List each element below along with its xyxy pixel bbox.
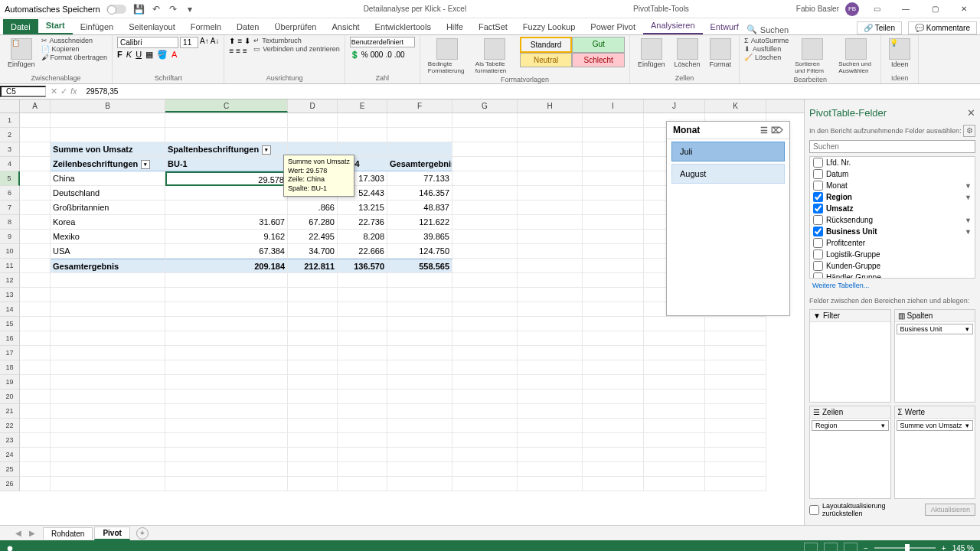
field-item[interactable]: Monat▼ bbox=[810, 180, 975, 191]
spreadsheet-grid[interactable]: ABCDEFGHIJK 1234567891011121314151617181… bbox=[0, 99, 804, 525]
row-header-26[interactable]: 26 bbox=[0, 477, 20, 491]
row-header-16[interactable]: 16 bbox=[0, 331, 20, 346]
tab-fuzzy[interactable]: Fuzzy Lookup bbox=[515, 19, 583, 34]
ideas-button[interactable]: 💡Ideen bbox=[886, 37, 913, 70]
field-item[interactable]: Business Unit▼ bbox=[810, 226, 975, 237]
pill-business-unit[interactable]: Business Unit▾ bbox=[897, 324, 974, 334]
pill-region[interactable]: Region▾ bbox=[812, 420, 889, 431]
row-header-25[interactable]: 25 bbox=[0, 462, 20, 477]
row-header-6[interactable]: 6 bbox=[0, 186, 20, 201]
col-header-E[interactable]: E bbox=[338, 99, 387, 112]
pill-umsatz[interactable]: Summe von Umsatz▾ bbox=[897, 420, 974, 431]
maximize-icon[interactable]: ▢ bbox=[923, 2, 946, 16]
row-header-11[interactable]: 11 bbox=[0, 259, 20, 273]
close-panel-icon[interactable]: ✕ bbox=[967, 107, 975, 119]
sort-filter-button[interactable]: Sortieren und Filtern bbox=[792, 37, 832, 76]
wrap-text-button[interactable]: ↵ Textumbruch bbox=[253, 37, 340, 44]
row-header-9[interactable]: 9 bbox=[0, 230, 20, 244]
qat-dropdown-icon[interactable]: ▾ bbox=[183, 2, 197, 16]
style-standard[interactable]: Standard bbox=[520, 37, 573, 53]
tab-hilfe[interactable]: Hilfe bbox=[439, 19, 471, 34]
page-break-icon[interactable] bbox=[844, 543, 858, 551]
name-box[interactable] bbox=[0, 86, 46, 97]
minimize-icon[interactable]: — bbox=[894, 2, 917, 16]
save-icon[interactable]: 💾 bbox=[132, 2, 146, 16]
sheet-tab-rohdaten[interactable]: Rohdaten bbox=[43, 527, 93, 540]
slicer-item-august[interactable]: August bbox=[671, 164, 785, 184]
fill-button[interactable]: ⬇ Ausfüllen bbox=[744, 45, 789, 53]
row-header-5[interactable]: 5 bbox=[0, 171, 20, 186]
col-header-G[interactable]: G bbox=[452, 99, 518, 112]
tab-seitenlayout[interactable]: Seitenlayout bbox=[121, 19, 183, 34]
field-filter-icon[interactable]: ▼ bbox=[965, 182, 972, 190]
sheet-nav-prev-icon[interactable]: ◀ bbox=[15, 529, 21, 537]
style-neutral[interactable]: Neutral bbox=[520, 53, 573, 67]
tab-ansicht[interactable]: Ansicht bbox=[324, 19, 367, 34]
row-header-1[interactable]: 1 bbox=[0, 113, 20, 128]
field-checkbox[interactable] bbox=[813, 261, 823, 271]
field-checkbox[interactable] bbox=[813, 227, 823, 236]
filter-area[interactable]: ▼Filter bbox=[809, 309, 891, 403]
align-top-icon[interactable]: ⬆ bbox=[229, 37, 235, 45]
fill-color-icon[interactable]: 🪣 bbox=[157, 50, 168, 60]
row-header-14[interactable]: 14 bbox=[0, 302, 20, 317]
col-header-F[interactable]: F bbox=[387, 99, 452, 112]
number-format-select[interactable] bbox=[350, 37, 415, 47]
paste-button[interactable]: 📋Einfügen bbox=[5, 37, 38, 70]
zoom-level[interactable]: 145 % bbox=[952, 544, 974, 552]
undo-icon[interactable]: ↶ bbox=[149, 2, 163, 16]
currency-icon[interactable]: 💲 bbox=[350, 51, 359, 59]
autosum-button[interactable]: Σ AutoSumme bbox=[744, 37, 789, 44]
row-header-10[interactable]: 10 bbox=[0, 244, 20, 259]
close-icon[interactable]: ✕ bbox=[952, 2, 975, 16]
row-header-2[interactable]: 2 bbox=[0, 128, 20, 142]
align-bot-icon[interactable]: ⬇ bbox=[244, 37, 250, 45]
page-layout-icon[interactable] bbox=[824, 543, 838, 551]
row-header-22[interactable]: 22 bbox=[0, 419, 20, 433]
field-item[interactable]: Logistik-Gruppe bbox=[810, 249, 975, 260]
slicer-item-juli[interactable]: Juli bbox=[671, 142, 785, 161]
file-tab[interactable]: Datei bbox=[3, 19, 38, 34]
font-size-select[interactable] bbox=[180, 37, 198, 48]
bold-icon[interactable]: F bbox=[117, 50, 122, 60]
field-checkbox[interactable] bbox=[813, 238, 823, 248]
month-slicer[interactable]: Monat ☰⌦ Juli August bbox=[666, 121, 790, 316]
zoom-slider[interactable] bbox=[874, 547, 936, 549]
tab-ueberpruefen[interactable]: Überprüfen bbox=[266, 19, 324, 34]
decrease-font-icon[interactable]: A↓ bbox=[211, 37, 220, 48]
field-filter-icon[interactable]: ▼ bbox=[965, 217, 972, 224]
row-header-15[interactable]: 15 bbox=[0, 317, 20, 331]
col-header-B[interactable]: B bbox=[51, 99, 165, 112]
sheet-tab-pivot[interactable]: Pivot bbox=[94, 527, 129, 540]
formula-input[interactable] bbox=[82, 87, 980, 96]
tab-formeln[interactable]: Formeln bbox=[183, 19, 229, 34]
font-name-select[interactable] bbox=[117, 37, 178, 48]
update-button[interactable]: Aktualisieren bbox=[925, 504, 975, 516]
defer-layout-checkbox[interactable] bbox=[809, 505, 819, 515]
row-header-19[interactable]: 19 bbox=[0, 375, 20, 390]
cancel-formula-icon[interactable]: ✕ bbox=[51, 86, 57, 96]
row-header-23[interactable]: 23 bbox=[0, 433, 20, 448]
more-tables-link[interactable]: Weitere Tabellen... bbox=[809, 279, 975, 292]
col-header-C[interactable]: C bbox=[165, 99, 288, 112]
field-checkbox[interactable] bbox=[813, 215, 823, 225]
row-header-17[interactable]: 17 bbox=[0, 346, 20, 360]
row-header-13[interactable]: 13 bbox=[0, 288, 20, 302]
zoom-out-icon[interactable]: − bbox=[864, 544, 868, 552]
record-macro-icon[interactable]: ⏺ bbox=[6, 544, 14, 552]
select-all-corner[interactable] bbox=[0, 99, 20, 112]
row-header-24[interactable]: 24 bbox=[0, 448, 20, 462]
align-mid-icon[interactable]: ≡ bbox=[237, 37, 242, 45]
style-schlecht[interactable]: Schlecht bbox=[572, 53, 625, 67]
format-painter-button[interactable]: 🖌 Format übertragen bbox=[41, 54, 108, 61]
align-right-icon[interactable]: ≡ bbox=[243, 47, 247, 55]
insert-cells-button[interactable]: Einfügen bbox=[635, 37, 668, 70]
row-header-18[interactable]: 18 bbox=[0, 360, 20, 375]
italic-icon[interactable]: K bbox=[126, 50, 132, 60]
row-header-8[interactable]: 8 bbox=[0, 215, 20, 230]
multiselect-icon[interactable]: ☰ bbox=[760, 126, 768, 135]
zoom-in-icon[interactable]: + bbox=[942, 544, 946, 552]
style-gut[interactable]: Gut bbox=[572, 37, 625, 53]
tab-daten[interactable]: Daten bbox=[229, 19, 266, 34]
field-item[interactable]: Profitcenter bbox=[810, 237, 975, 249]
